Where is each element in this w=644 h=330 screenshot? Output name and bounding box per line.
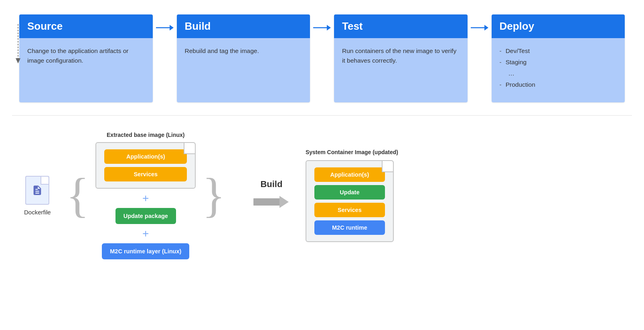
dockerfile-label: Dockerfile xyxy=(24,209,51,216)
sys-services-badge: Services xyxy=(314,203,385,217)
build-label: Build xyxy=(260,179,282,189)
svg-marker-1 xyxy=(170,25,174,31)
source-header: Source xyxy=(19,14,153,38)
svg-marker-5 xyxy=(484,25,488,31)
test-body: Run containers of the new image to verif… xyxy=(334,38,468,102)
arrow-source-build xyxy=(153,23,177,32)
dash-icon: - xyxy=(500,46,502,56)
deploy-list-item: - Production xyxy=(500,80,617,90)
build-text: Rebuild and tag the image. xyxy=(185,47,259,54)
dash-icon: - xyxy=(500,57,502,67)
build-arrow-icon xyxy=(253,192,290,212)
pipeline-step-build: Build Rebuild and tag the image. xyxy=(177,14,310,102)
deploy-body: - Dev/Test - Staging … - Production xyxy=(492,38,625,102)
left-curly-brace: { xyxy=(66,171,89,220)
system-container-label: System Container Image (updated) xyxy=(306,149,398,155)
pipeline-step-source: Source Change to the application artifac… xyxy=(19,14,153,102)
extracted-section: Extracted base image (Linux) Application… xyxy=(95,132,196,259)
system-container-section: System Container Image (updated) Applica… xyxy=(306,149,398,242)
applications-badge: Application(s) xyxy=(104,149,187,164)
diagram-section: Dockerfile { Extracted base image (Linux… xyxy=(0,116,644,275)
right-curly-brace: } xyxy=(202,171,225,220)
deploy-staging: Staging xyxy=(506,57,527,67)
m2c-runtime-badge: M2C runtime layer (Linux) xyxy=(102,243,189,259)
deploy-list-item: - Staging xyxy=(500,57,617,67)
sys-m2c-badge: M2C runtime xyxy=(314,220,385,235)
build-body: Rebuild and tag the image. xyxy=(177,38,310,102)
deploy-list-item-dots: … xyxy=(500,69,617,78)
test-header: Test xyxy=(334,14,468,38)
system-box: Application(s) Update Services M2C runti… xyxy=(306,160,394,242)
deploy-production: Production xyxy=(506,80,535,90)
svg-marker-3 xyxy=(327,25,331,31)
plus-sign-1: + xyxy=(142,192,149,205)
deploy-list: - Dev/Test - Staging … - Production xyxy=(500,46,617,90)
source-body: Change to the application artifacts or i… xyxy=(19,38,153,102)
plus-sign-2: + xyxy=(142,227,149,240)
arrow-test-deploy xyxy=(468,23,492,32)
sys-applications-badge: Application(s) xyxy=(314,167,385,182)
sys-update-badge: Update xyxy=(314,185,385,200)
deploy-devtest: Dev/Test xyxy=(506,46,530,56)
dockerfile-icon xyxy=(25,176,49,205)
services-badge: Services xyxy=(104,167,187,181)
pipeline-step-test: Test Run containers of the new image to … xyxy=(334,14,468,102)
extracted-label: Extracted base image (Linux) xyxy=(107,132,185,138)
update-package-badge: Update package xyxy=(115,208,176,224)
arrow-build-test xyxy=(310,23,334,32)
document-icon xyxy=(32,185,43,196)
dockerfile-block: Dockerfile xyxy=(24,176,51,216)
deploy-dots: … xyxy=(508,69,515,78)
dash-icon: - xyxy=(500,80,502,90)
build-header: Build xyxy=(177,14,310,38)
pipeline-section: Source Change to the application artifac… xyxy=(0,0,644,115)
svg-marker-8 xyxy=(279,196,289,208)
test-text: Run containers of the new image to verif… xyxy=(342,47,456,64)
linux-box: Application(s) Services xyxy=(95,142,196,189)
deploy-header: Deploy xyxy=(492,14,625,38)
pipeline-step-deploy: Deploy - Dev/Test - Staging … - Producti… xyxy=(492,14,625,102)
deploy-list-item: - Dev/Test xyxy=(500,46,617,56)
source-text: Change to the application artifacts or i… xyxy=(27,47,128,64)
build-arrow-section: Build xyxy=(253,179,290,212)
